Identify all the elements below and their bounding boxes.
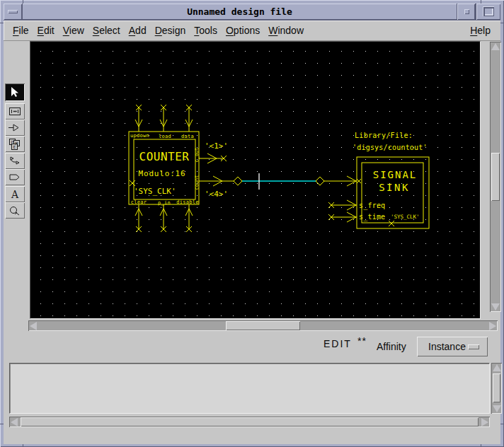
net-label-1: '<1>' — [205, 141, 228, 151]
pin-label-clear: clear — [131, 199, 147, 205]
edit-mode-label: EDIT — [323, 338, 352, 349]
counter-clock-pin-x[interactable] — [130, 180, 135, 186]
maximize-icon — [483, 6, 494, 16]
pin-label-stime: s_time — [359, 213, 385, 221]
net-label-4: '<4>' — [205, 190, 228, 199]
sink-input-pin-x — [357, 179, 361, 183]
menu-options[interactable]: Options — [226, 25, 260, 36]
signal-sink-block[interactable]: Library/File: 'digsys/countout' SIGNAL S… — [328, 132, 429, 228]
minimize-button[interactable] — [457, 4, 476, 20]
counter-param: Modulo:16 — [139, 169, 186, 178]
counter-count-pin[interactable] — [199, 176, 242, 186]
schematic-canvas[interactable]: COUNTER Modulo:16 'SYS_CLK' updown load … — [30, 41, 481, 319]
message-area[interactable] — [9, 363, 490, 414]
window-menu-icon — [8, 10, 18, 13]
pointer-arrow-icon — [7, 86, 23, 99]
pin-label-load: load — [159, 134, 171, 139]
affinity-label: Affinity — [377, 341, 406, 352]
message-horizontal-scrollbar[interactable] — [9, 417, 490, 427]
horizontal-scrollbar-thumb[interactable] — [226, 321, 300, 330]
counter-top-pins[interactable] — [135, 105, 193, 132]
scroll-up-arrow-icon[interactable] — [493, 364, 501, 371]
selection-box-icon — [7, 105, 23, 117]
message-hscroll-thumb[interactable] — [21, 417, 479, 426]
sink-clock-pin-x — [389, 221, 394, 226]
svg-text:P: P — [11, 139, 14, 144]
scroll-down-arrow-icon[interactable] — [491, 303, 500, 310]
counter-name: COUNTER — [139, 150, 190, 163]
titlebar[interactable]: Unnamed design file — [4, 4, 500, 20]
scroll-up-arrow-icon[interactable] — [491, 43, 500, 50]
library-label: Library/File: — [355, 132, 413, 139]
option-menu-indicator-icon — [468, 344, 479, 349]
frame-notch — [500, 23, 504, 23]
select-pointer-button[interactable] — [5, 83, 25, 101]
text-a-icon: A — [7, 188, 23, 201]
sink-instance: 'SYS_CLK' — [391, 214, 420, 220]
library-value: 'digsys/countout' — [353, 144, 428, 151]
scroll-left-arrow-icon[interactable] — [30, 322, 37, 330]
add-text-button[interactable]: A — [5, 186, 25, 202]
menu-tools[interactable]: Tools — [194, 25, 217, 36]
add-wire-button[interactable] — [5, 153, 25, 169]
menu-view[interactable]: View — [63, 25, 84, 36]
pin-label-data: data — [181, 134, 194, 139]
tool-palette: P M E — [4, 41, 26, 331]
affinity-option-menu[interactable]: Instance — [417, 337, 488, 356]
window-content: File Edit View Select Add Design Tools O… — [4, 20, 500, 443]
message-vertical-scrollbar[interactable] — [491, 363, 502, 414]
menu-select[interactable]: Select — [93, 25, 120, 36]
sink-stime-pin[interactable] — [328, 212, 357, 222]
frame-notch — [500, 424, 504, 424]
status-row: EDIT ** Affinity Instance — [4, 331, 500, 363]
pin-label-count: count — [194, 175, 200, 190]
sink-sfreq-pin[interactable] — [328, 200, 357, 210]
affinity-value: Instance — [428, 341, 466, 352]
canvas-horizontal-scrollbar[interactable] — [28, 320, 498, 331]
menu-design[interactable]: Design — [155, 25, 186, 36]
minimize-icon — [464, 9, 469, 14]
svg-text:E: E — [13, 144, 16, 149]
window-title: Unnamed design file — [23, 4, 457, 20]
canvas-vertical-scrollbar[interactable] — [490, 42, 501, 312]
sink-name-line1: SIGNAL — [373, 169, 418, 180]
menu-file[interactable]: File — [13, 25, 29, 36]
scroll-left-arrow-icon[interactable] — [11, 418, 18, 426]
counter-cout-pin[interactable] — [199, 153, 227, 163]
pin-label-cout: c_out — [194, 147, 200, 162]
wire-net-icon — [7, 155, 23, 167]
main-area: P M E — [4, 41, 500, 331]
selected-net-wire[interactable] — [242, 173, 316, 190]
pin-label-sfreq: s_freq — [359, 202, 385, 210]
menu-window[interactable]: Window — [268, 25, 304, 36]
maximize-button[interactable] — [476, 4, 500, 20]
pin-label-pin: p_in — [158, 200, 171, 206]
library-parts-icon: P M E — [7, 137, 23, 151]
counter-instance: 'SYS_CLK' — [134, 187, 176, 196]
port-pentagon-icon — [7, 171, 23, 183]
vertical-scrollbar-thumb[interactable] — [491, 153, 500, 201]
menubar: File Edit View Select Add Design Tools O… — [4, 21, 500, 41]
modified-flag: ** — [357, 335, 367, 347]
window-menu-button[interactable] — [4, 4, 23, 20]
message-vscroll-thumb[interactable] — [493, 373, 500, 402]
buffer-gate-icon — [7, 122, 23, 134]
zoom-button[interactable] — [5, 202, 25, 219]
counter-block[interactable]: COUNTER Modulo:16 'SYS_CLK' updown load … — [129, 105, 242, 232]
svg-text:A: A — [11, 189, 19, 200]
pin-label-updown: updown — [130, 133, 149, 139]
menu-help[interactable]: Help — [470, 25, 491, 36]
menu-add[interactable]: Add — [129, 25, 147, 36]
counter-bottom-pins[interactable] — [135, 204, 193, 232]
add-instance-button[interactable] — [5, 120, 25, 136]
scroll-right-arrow-icon[interactable] — [481, 418, 488, 426]
scroll-right-arrow-icon[interactable] — [489, 322, 496, 330]
library-browser-button[interactable]: P M E — [5, 136, 25, 152]
add-port-button[interactable] — [5, 169, 25, 185]
scroll-down-arrow-icon[interactable] — [493, 405, 501, 412]
menu-edit[interactable]: Edit — [38, 25, 55, 36]
application-window: Unnamed design file File Edit View Selec… — [0, 0, 504, 447]
select-area-button[interactable] — [5, 103, 25, 120]
net-to-sink[interactable] — [316, 176, 357, 186]
magnifier-icon — [7, 204, 23, 217]
